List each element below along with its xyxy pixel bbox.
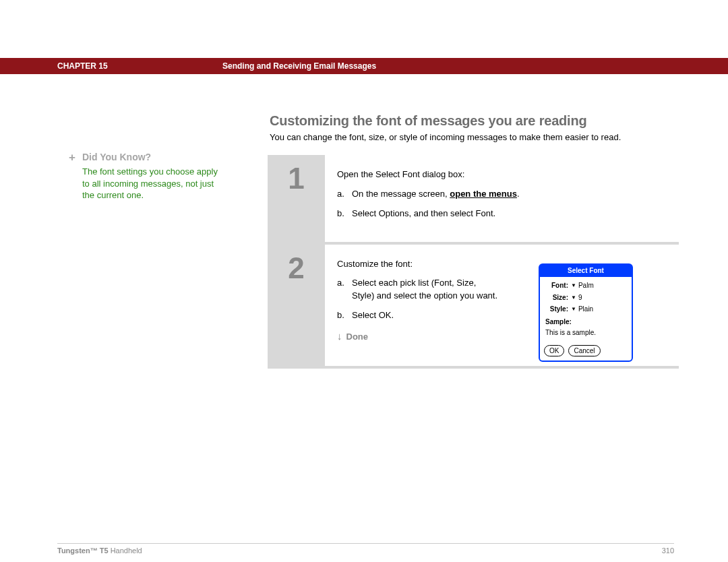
item-text: Select each pick list (Font, Size, Style…	[352, 277, 499, 303]
step-content: Customize the font: a. Select each pick …	[325, 245, 679, 366]
dialog-sample-label: Sample:	[545, 317, 626, 327]
chevron-down-icon: ▼	[571, 305, 576, 313]
size-picklist[interactable]: ▼9	[571, 293, 582, 303]
item-text: Select OK.	[352, 309, 499, 322]
dialog-font-label: Font:	[545, 281, 571, 291]
page-footer: Tungsten™ T5 Handheld 310	[57, 543, 674, 555]
done-row: ↓Done	[337, 329, 499, 344]
step-1: 1 Open the Select Font dialog box: a. On…	[268, 155, 679, 245]
dialog-style-label: Style:	[545, 305, 571, 315]
item-text: Select Options, and then select Font.	[352, 208, 667, 220]
product-name-rest: Handheld	[109, 547, 142, 555]
step-2: 2 Customize the font: a. Select each pic…	[268, 245, 679, 369]
dialog-row-style: Style: ▼Plain	[545, 305, 626, 315]
chapter-title: Sending and Receiving Email Messages	[222, 61, 376, 71]
chevron-down-icon: ▼	[571, 282, 576, 290]
product-name-bold: Tungsten™ T5	[57, 547, 109, 555]
item-letter: b.	[337, 309, 352, 322]
size-value: 9	[578, 293, 582, 303]
item-letter: a.	[337, 277, 352, 303]
plus-icon: +	[69, 151, 75, 164]
cancel-button[interactable]: Cancel	[568, 345, 600, 356]
item-pre: On the message screen,	[352, 189, 450, 199]
dialog-title: Select Font	[540, 265, 632, 278]
ok-button[interactable]: OK	[544, 345, 564, 356]
steps-container: 1 Open the Select Font dialog box: a. On…	[268, 155, 679, 369]
font-value: Palm	[578, 281, 594, 291]
item-text: On the message screen, open the menus.	[352, 188, 667, 201]
section-title: Customizing the font of messages you are…	[270, 113, 586, 129]
chapter-number: CHAPTER 15	[57, 61, 108, 71]
done-arrow-icon: ↓	[337, 330, 342, 342]
style-picklist[interactable]: ▼Plain	[571, 305, 593, 315]
dialog-row-size: Size: ▼9	[545, 293, 626, 303]
page-number: 310	[662, 547, 674, 555]
step-number: 1	[268, 155, 325, 242]
dialog-row-font: Font: ▼Palm	[545, 281, 626, 291]
font-picklist[interactable]: ▼Palm	[571, 281, 594, 291]
did-you-know-body: The font settings you choose apply to al…	[82, 166, 220, 201]
step-lead: Open the Select Font dialog box:	[337, 168, 667, 181]
product-name: Tungsten™ T5 Handheld	[57, 547, 142, 555]
item-post: .	[517, 189, 520, 199]
done-label: Done	[346, 332, 369, 342]
item-letter: a.	[337, 188, 352, 201]
step-number: 2	[268, 245, 325, 366]
dialog-sample-text: This is a sample.	[545, 328, 626, 338]
select-font-dialog: Select Font Font: ▼Palm Size: ▼9 Style:	[539, 263, 633, 362]
dialog-size-label: Size:	[545, 293, 571, 303]
section-intro: You can change the font, size, or style …	[270, 132, 688, 142]
style-value: Plain	[578, 305, 593, 315]
step-lead: Customize the font:	[337, 258, 499, 271]
chapter-header: CHAPTER 15 Sending and Receiving Email M…	[0, 58, 728, 74]
chevron-down-icon: ▼	[571, 294, 576, 302]
did-you-know-label: Did You Know?	[82, 152, 151, 162]
item-letter: b.	[337, 208, 352, 220]
open-menus-link[interactable]: open the menus	[450, 189, 517, 199]
step-content: Open the Select Font dialog box: a. On t…	[325, 155, 679, 242]
